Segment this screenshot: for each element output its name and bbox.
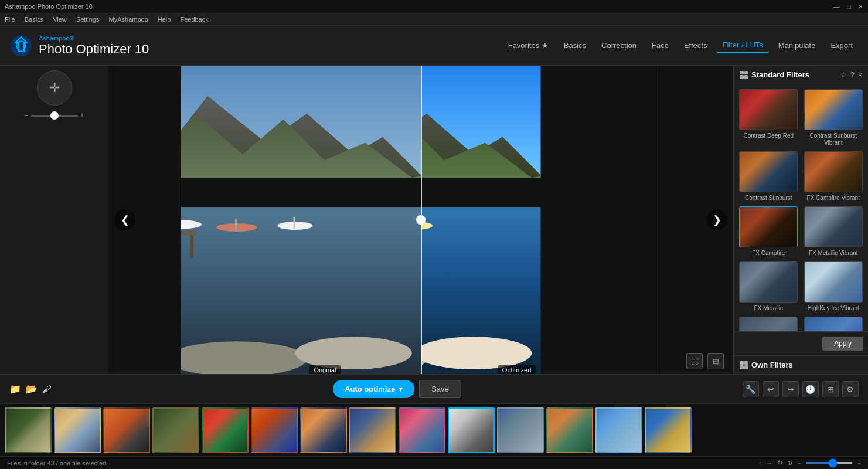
filter-thumb-contrast-sunburst bbox=[739, 151, 798, 192]
auto-optimize-label: Auto optimize bbox=[345, 385, 395, 393]
nav-basics[interactable]: Basics bbox=[558, 39, 592, 52]
minimize-button[interactable]: — bbox=[833, 3, 840, 11]
filters-header-left: Standard Filters bbox=[740, 70, 809, 79]
titlebar: Ashampoo Photo Optimizer 10 — □ ✕ bbox=[0, 0, 868, 13]
retouch-icon[interactable]: 🔧 bbox=[743, 381, 759, 397]
grid-icon bbox=[740, 71, 748, 79]
filter-item-highkey-ice-vibrant[interactable]: HighKey Ice Vibrant bbox=[804, 261, 864, 312]
nav-export[interactable]: Export bbox=[825, 39, 859, 52]
favorite-filter-icon[interactable]: ☆ bbox=[840, 71, 847, 79]
settings-icon[interactable]: ⚙ bbox=[842, 381, 859, 397]
filmstrip-thumb-2[interactable] bbox=[54, 407, 101, 453]
apply-button[interactable]: Apply bbox=[822, 337, 863, 351]
filter-item-fx-metallic[interactable]: FX Metallic bbox=[738, 261, 799, 312]
redo-icon[interactable]: ↪ bbox=[782, 381, 799, 397]
filmstrip-thumb-4[interactable] bbox=[152, 407, 199, 453]
statusbar-up-icon[interactable]: ↑ bbox=[758, 460, 762, 467]
menu-myashampoo[interactable]: MyAshampoo bbox=[109, 16, 148, 23]
filmstrip-thumb-8[interactable] bbox=[349, 407, 396, 453]
filter-item-fx-metallic-vibrant[interactable]: FX Metallic Vibrant bbox=[804, 206, 864, 257]
status-text: Files in folder 43 / one file selected bbox=[7, 460, 106, 467]
nav-effects[interactable]: Effects bbox=[678, 39, 713, 52]
menu-feedback[interactable]: Feedback bbox=[180, 16, 208, 23]
view-mode-icon[interactable]: ⊟ bbox=[707, 353, 724, 369]
nav-arrow-right[interactable]: ❯ bbox=[706, 209, 727, 230]
filmstrip-thumb-6[interactable] bbox=[251, 407, 298, 453]
pan-control[interactable]: ✛ bbox=[37, 70, 72, 106]
statusbar-horiz-icon[interactable]: ↔ bbox=[766, 460, 772, 467]
filter-item-fx-campfire-vibrant[interactable]: FX Campfire Vibrant bbox=[804, 151, 864, 202]
logo-app-name: Photo Optimizer 10 bbox=[39, 42, 149, 57]
shrink-icon[interactable]: ⛶ bbox=[686, 353, 703, 369]
auto-optimize-dropdown-icon: ▾ bbox=[399, 385, 403, 393]
filter-thumb-fx-metallic-vibrant bbox=[804, 206, 863, 247]
nav-face[interactable]: Face bbox=[646, 39, 675, 52]
filmstrip-thumb-10[interactable] bbox=[448, 407, 495, 453]
original-photo bbox=[181, 66, 421, 374]
nav-manipulate[interactable]: Manipulate bbox=[772, 39, 822, 52]
save-button[interactable]: Save bbox=[419, 380, 461, 398]
filter-thumb-fx-metallic bbox=[739, 261, 798, 303]
zoom-slider[interactable] bbox=[31, 115, 78, 117]
filter-thumb-partial1 bbox=[739, 317, 798, 331]
zoom-out-icon[interactable]: − bbox=[24, 111, 28, 120]
optimized-photo bbox=[421, 66, 661, 374]
filter-item-partial1[interactable] bbox=[738, 317, 799, 331]
filter-name-contrast-sunburst-vibrant: Contrast Sunburst Vibrant bbox=[804, 132, 864, 147]
menu-file[interactable]: File bbox=[5, 16, 15, 23]
filter-item-partial2[interactable] bbox=[804, 317, 864, 331]
filmstrip-thumb-14[interactable] bbox=[645, 407, 692, 453]
filmstrip-thumb-7[interactable] bbox=[300, 407, 347, 453]
svg-rect-19 bbox=[190, 235, 193, 258]
brush-icon[interactable]: 🖌 bbox=[42, 384, 52, 395]
statusbar-plus-icon: + bbox=[857, 460, 861, 467]
statusbar-refresh-icon[interactable]: ↻ bbox=[777, 459, 782, 467]
undo-icon[interactable]: ↩ bbox=[763, 381, 779, 397]
filter-item-fx-campfire[interactable]: FX Campfire bbox=[738, 206, 799, 257]
svg-point-22 bbox=[295, 337, 412, 369]
nav-filter-luts[interactable]: Filter / LUTs bbox=[716, 38, 768, 53]
nav-correction[interactable]: Correction bbox=[595, 39, 642, 52]
original-label: Original bbox=[309, 365, 341, 375]
menu-help[interactable]: Help bbox=[158, 16, 171, 23]
menu-settings[interactable]: Settings bbox=[76, 16, 100, 23]
status-bar: Files in folder 43 / one file selected ↑… bbox=[0, 456, 868, 469]
statusbar-zoom-icon[interactable]: ⊕ bbox=[787, 459, 792, 467]
menu-view[interactable]: View bbox=[53, 16, 67, 23]
menu-basics[interactable]: Basics bbox=[25, 16, 43, 23]
add-folder-icon[interactable]: 📂 bbox=[26, 383, 38, 395]
maximize-button[interactable]: □ bbox=[847, 3, 851, 11]
zoom-in-icon[interactable]: + bbox=[80, 111, 84, 120]
zoom-control: − + bbox=[24, 111, 84, 120]
filter-close-icon[interactable]: × bbox=[858, 71, 862, 79]
filmstrip-thumb-3[interactable] bbox=[103, 407, 150, 453]
photo-canvas: Original Optimized bbox=[181, 66, 661, 374]
split-handle[interactable] bbox=[416, 215, 426, 225]
filter-item-contrast-sunburst[interactable]: Contrast Sunburst bbox=[738, 151, 799, 202]
filmstrip-thumb-12[interactable] bbox=[546, 407, 593, 453]
main-area: ✛ − + ❮ bbox=[0, 66, 868, 374]
right-panel: Standard Filters ☆ ? × Contrast Deep Red… bbox=[733, 66, 868, 374]
close-button[interactable]: ✕ bbox=[858, 3, 863, 11]
statusbar-zoom-slider[interactable] bbox=[806, 462, 853, 464]
open-folder-icon[interactable]: 📁 bbox=[9, 383, 21, 395]
filmstrip-thumb-11[interactable] bbox=[497, 407, 544, 453]
filter-item-contrast-deep-red[interactable]: Contrast Deep Red bbox=[738, 89, 799, 147]
filter-item-contrast-sunburst-vibrant[interactable]: Contrast Sunburst Vibrant bbox=[804, 89, 864, 147]
filmstrip-thumb-9[interactable] bbox=[399, 407, 445, 453]
filmstrip-thumb-5[interactable] bbox=[202, 407, 249, 453]
history-icon[interactable]: 🕐 bbox=[802, 381, 819, 397]
filmstrip-thumb-13[interactable] bbox=[595, 407, 642, 453]
filter-name-fx-metallic: FX Metallic bbox=[754, 305, 783, 312]
filters-title: Standard Filters bbox=[751, 70, 809, 79]
nav-favorites[interactable]: Favorites ★ bbox=[502, 39, 554, 52]
compare-icon[interactable]: ⊞ bbox=[822, 381, 839, 397]
filter-name-contrast-deep-red: Contrast Deep Red bbox=[743, 132, 794, 140]
filmstrip-thumb-1[interactable] bbox=[5, 407, 52, 453]
menubar: File Basics View Settings MyAshampoo Hel… bbox=[0, 13, 868, 26]
auto-optimize-button[interactable]: Auto optimize ▾ bbox=[333, 380, 414, 398]
left-panel: ✛ − + bbox=[0, 66, 108, 374]
own-filters-section: Own Filters bbox=[734, 355, 868, 374]
filter-help-icon[interactable]: ? bbox=[850, 71, 855, 79]
nav-arrow-left[interactable]: ❮ bbox=[114, 209, 135, 230]
